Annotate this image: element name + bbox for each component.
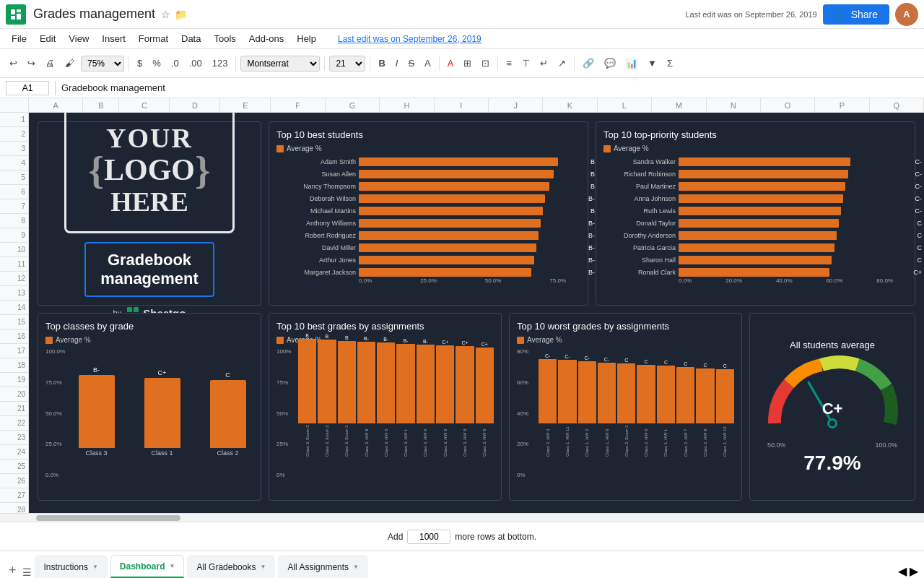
vbar-col-worst-assign: C Class 1, HW 10 — [716, 363, 734, 457]
font-color-button[interactable]: A — [421, 56, 435, 71]
insert-chart-button[interactable]: 📊 — [622, 56, 641, 71]
col-f[interactable]: F — [271, 98, 325, 113]
tab-list-button[interactable]: ☰ — [22, 566, 32, 578]
menu-addons[interactable]: Add-ons — [243, 32, 289, 46]
menu-file[interactable]: File — [6, 32, 32, 46]
sheets-nav-next[interactable]: ▶ — [910, 564, 918, 578]
top-classes-legend: Average % — [45, 336, 253, 344]
rotate-button[interactable]: ↗ — [554, 56, 570, 71]
logo-your: YOUR — [104, 124, 195, 154]
align-button[interactable]: ≡ — [502, 56, 515, 71]
gauge-max-label: 100.0% — [875, 441, 897, 449]
add-rows-button[interactable]: Add — [388, 532, 403, 542]
tab-dashboard[interactable]: Dashboard ▼ — [110, 555, 185, 578]
col-j[interactable]: J — [489, 98, 543, 113]
fill-color-button[interactable]: A — [444, 56, 458, 71]
paint-format-button[interactable]: 🖌 — [61, 56, 78, 71]
row-num-4: 4 — [0, 156, 28, 171]
percent-button[interactable]: % — [149, 56, 165, 71]
col-a[interactable]: A — [29, 98, 83, 113]
gauge-min-label: 50.0% — [767, 441, 786, 449]
vbar-col-best-assign: C+ Class 3, HW 5 — [436, 340, 454, 457]
tab-instructions[interactable]: Instructions ▼ — [35, 555, 108, 578]
menu-format[interactable]: Format — [133, 32, 174, 46]
hbar-fill — [359, 170, 554, 178]
menu-view[interactable]: View — [63, 32, 95, 46]
vbar-grade-worst-assign: C- — [565, 354, 570, 359]
hbar-label: Michael Martins — [276, 207, 356, 215]
hbar-grade-priority: C- — [915, 171, 923, 178]
cell-reference[interactable] — [6, 81, 49, 95]
col-h[interactable]: H — [380, 98, 434, 113]
col-o[interactable]: O — [761, 98, 815, 113]
vbar-grade-worst-assign: C — [684, 361, 687, 366]
print-button[interactable]: 🖨 — [42, 56, 58, 71]
top10-worst-assign-legend: Average % — [517, 336, 734, 344]
italic-button[interactable]: I — [392, 56, 402, 71]
horizontal-scrollbar[interactable] — [0, 513, 924, 522]
col-g[interactable]: G — [326, 98, 380, 113]
zoom-select[interactable]: 75% — [81, 56, 124, 72]
decimal-dec-button[interactable]: .0 — [167, 56, 183, 71]
tab-all-gradebooks[interactable]: All Gradebooks ▼ — [187, 555, 275, 578]
merge-cells-button[interactable]: ⊡ — [478, 56, 493, 71]
col-e[interactable]: E — [220, 98, 271, 113]
hbar-fill-priority — [679, 256, 832, 264]
undo-button[interactable]: ↩ — [6, 56, 21, 71]
menu-edit[interactable]: Edit — [34, 32, 61, 46]
top-classes-bars: B- Class 3 C+ Class 1 C Class 2 — [71, 348, 253, 457]
hbar-container: B — [359, 169, 580, 179]
menu-help[interactable]: Help — [291, 32, 322, 46]
font-select[interactable]: Montserrat — [240, 56, 320, 72]
tab-all-assignments[interactable]: All Assignments ▼ — [278, 555, 368, 578]
vbar-fill-best-assign — [476, 348, 494, 423]
share-button[interactable]: 👤 Share — [823, 4, 889, 25]
strikethrough-button[interactable]: S — [404, 56, 418, 71]
col-b[interactable]: B — [83, 98, 119, 113]
vbar-x-best-assign: Class 3, Exam 3 — [305, 424, 310, 457]
hbar-grade-priority: C — [918, 256, 923, 264]
function-button[interactable]: Σ — [663, 56, 676, 71]
rows-count-input[interactable] — [407, 530, 450, 544]
menu-insert[interactable]: Insert — [96, 32, 131, 46]
valign-button[interactable]: ⊤ — [518, 56, 533, 71]
star-icon[interactable]: ☆ — [161, 9, 170, 20]
vbar-fill-best-assign — [436, 345, 454, 423]
hbar-grade: B- — [588, 220, 595, 227]
format-num-button[interactable]: 123 — [209, 56, 232, 71]
bold-button[interactable]: B — [375, 56, 388, 71]
hbar-grade: B — [590, 158, 595, 165]
sheets-nav-prev[interactable]: ◀ — [898, 564, 907, 578]
col-i[interactable]: I — [435, 98, 489, 113]
font-size-select[interactable]: 21 — [329, 56, 365, 72]
col-m[interactable]: M — [652, 98, 706, 113]
hbar-label-priority: Patricia Garcia — [603, 244, 676, 251]
col-l[interactable]: L — [598, 98, 652, 113]
col-p[interactable]: P — [815, 98, 869, 113]
gauge-content: C+ 50.0% 100.0% 77.9% — [764, 355, 901, 475]
decimal-inc-button[interactable]: .00 — [186, 56, 206, 71]
menu-data[interactable]: Data — [175, 32, 206, 46]
menu-tools[interactable]: Tools — [208, 32, 241, 46]
col-n[interactable]: N — [707, 98, 761, 113]
text-wrap-button[interactable]: ↵ — [536, 56, 552, 71]
scrollbar-thumb[interactable] — [36, 515, 180, 521]
add-tab-button[interactable]: + — [6, 563, 19, 578]
borders-button[interactable]: ⊞ — [460, 56, 475, 71]
insert-comment-button[interactable]: 💬 — [601, 56, 619, 71]
hbar-grade-priority: C — [918, 232, 923, 239]
folder-icon[interactable]: 📁 — [175, 9, 187, 20]
col-q[interactable]: Q — [870, 98, 924, 113]
last-edit-link[interactable]: Last edit was on September 26, 2019 — [338, 34, 481, 44]
filter-button[interactable]: ▼ — [644, 56, 661, 71]
vbar-x-best-assign: Class 3, HW 9 — [463, 424, 467, 457]
col-k[interactable]: K — [543, 98, 597, 113]
row-num-9: 9 — [0, 228, 28, 243]
insert-link-button[interactable]: 🔗 — [579, 56, 598, 71]
col-c[interactable]: C — [119, 98, 170, 113]
legend-dot-worst-assign — [517, 337, 524, 344]
hbar-label-priority: Richard Robinson — [603, 171, 676, 178]
col-d[interactable]: D — [170, 98, 220, 113]
redo-button[interactable]: ↪ — [24, 56, 39, 71]
currency-button[interactable]: $ — [134, 56, 146, 71]
